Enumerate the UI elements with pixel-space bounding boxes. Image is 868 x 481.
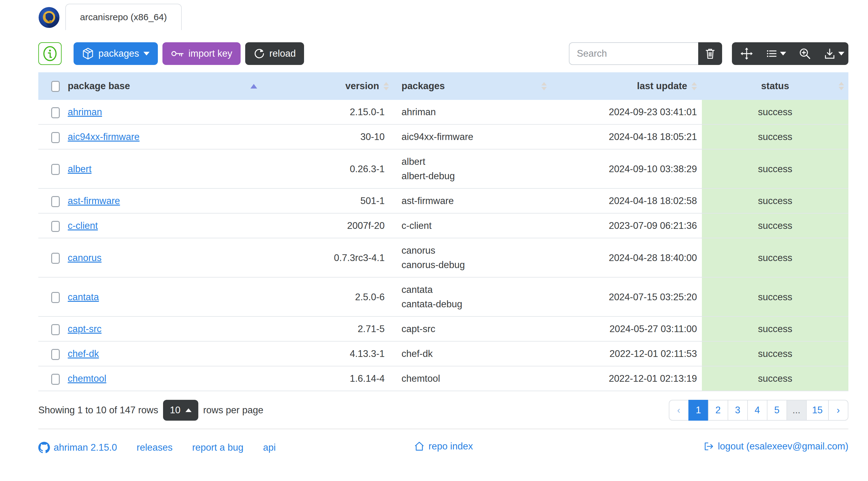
page-button-3[interactable]: 3	[727, 400, 748, 421]
last-update-cell: 2024-09-23 03:41:01	[552, 100, 702, 124]
import-key-button[interactable]: import key	[162, 42, 241, 65]
github-version-link[interactable]: ahriman 2.15.0	[38, 442, 117, 453]
row-checkbox[interactable]	[51, 107, 60, 118]
clear-search-button[interactable]	[698, 42, 722, 65]
pagination-summary-group: Showing 1 to 10 of 147 rows 10 rows per …	[38, 400, 263, 421]
row-checkbox[interactable]	[51, 253, 60, 264]
select-all-checkbox[interactable]	[51, 81, 60, 92]
chevron-down-icon	[144, 52, 150, 56]
table-row[interactable]: ahriman 2.15.0-1 ahriman 2024-09-23 03:4…	[38, 100, 848, 124]
page-button-5[interactable]: 5	[767, 400, 787, 421]
status-cell: success	[702, 341, 848, 366]
header-package-base[interactable]: package base	[63, 72, 262, 100]
row-checkbox[interactable]	[51, 164, 60, 175]
page-size-dropdown-button[interactable]: 10	[163, 400, 198, 421]
last-update-cell: 2022-12-01 02:11:53	[552, 341, 702, 366]
page-button-4[interactable]: 4	[747, 400, 768, 421]
pagination-summary: Showing 1 to 10 of 147 rows	[38, 405, 158, 416]
packages-dropdown-button[interactable]: packages	[73, 42, 158, 65]
sort-ascending-icon	[250, 84, 257, 89]
reload-icon	[253, 48, 265, 59]
columns-dropdown-button[interactable]	[761, 42, 790, 65]
repository-tab[interactable]: arcanisrepo (x86_64)	[65, 4, 182, 30]
sort-icon	[839, 82, 844, 90]
table-row[interactable]: c-client 2007f-20 c-client 2023-07-09 06…	[38, 213, 848, 238]
package-base-link[interactable]: ast-firmware	[68, 195, 120, 206]
header-version[interactable]: version	[262, 72, 394, 100]
fullscreen-button[interactable]	[732, 42, 761, 65]
toolbar-right	[569, 42, 848, 65]
footer-right: logout (esalexeev@gmail.com)	[473, 441, 848, 454]
table-tools-group	[732, 42, 848, 65]
last-update-cell: 2022-12-01 02:13:19	[552, 366, 702, 391]
table-row[interactable]: cantata 2.5.0-6 cantatacantata-debug 202…	[38, 277, 848, 317]
reload-button[interactable]: reload	[245, 42, 304, 65]
row-checkbox[interactable]	[51, 349, 60, 360]
version-cell: 4.13.3-1	[262, 341, 394, 366]
detail-view-button[interactable]	[790, 42, 819, 65]
package-base-link[interactable]: aic94xx-firmware	[68, 131, 140, 142]
arrows-move-icon	[740, 47, 753, 60]
sort-icon	[691, 82, 697, 90]
toolbar-left: packages import key reload	[38, 42, 304, 65]
header-last-update[interactable]: last update	[552, 72, 702, 100]
download-icon	[824, 47, 836, 60]
header-status[interactable]: status	[702, 72, 848, 100]
table-row[interactable]: albert 0.26.3-1 albertalbert-debug 2024-…	[38, 149, 848, 188]
export-dropdown-button[interactable]	[819, 42, 848, 65]
package-base-link[interactable]: capt-src	[68, 323, 101, 334]
package-base-link[interactable]: chef-dk	[68, 348, 99, 359]
package-base-link[interactable]: cantata	[68, 292, 99, 302]
github-icon	[38, 442, 50, 453]
next-page-button[interactable]: ›	[828, 400, 848, 421]
repo-index-link[interactable]: repo index	[414, 441, 473, 452]
search-input[interactable]	[569, 42, 698, 65]
packages-cell: capt-src	[394, 317, 552, 341]
table-row[interactable]: chemtool 1.6.14-4 chemtool 2022-12-01 02…	[38, 366, 848, 391]
package-base-link[interactable]: canorus	[68, 252, 101, 263]
page: arcanisrepo (x86_64) packages	[38, 0, 848, 466]
row-checkbox[interactable]	[51, 324, 60, 335]
package-base-link[interactable]: c-client	[68, 220, 98, 231]
packages-cell: canoruscanorus-debug	[394, 238, 552, 277]
package-base-link[interactable]: chemtool	[68, 373, 106, 384]
status-cell: success	[702, 317, 848, 341]
status-cell: success	[702, 213, 848, 238]
page-ellipsis-button[interactable]: ...	[786, 400, 807, 421]
status-cell: success	[702, 188, 848, 213]
version-cell: 2.5.0-6	[262, 277, 394, 317]
logout-link[interactable]: logout (esalexeev@gmail.com)	[703, 441, 848, 452]
table-row[interactable]: aic94xx-firmware 30-10 aic94xx-firmware …	[38, 124, 848, 149]
report-bug-link[interactable]: report a bug	[192, 442, 243, 453]
row-checkbox[interactable]	[51, 132, 60, 143]
status-cell: success	[702, 366, 848, 391]
reload-button-label: reload	[270, 48, 296, 59]
packages-button-label: packages	[98, 48, 139, 59]
chevron-down-icon	[780, 52, 786, 56]
package-base-link[interactable]: ahriman	[68, 107, 102, 117]
row-checkbox[interactable]	[51, 221, 60, 232]
table-row[interactable]: ast-firmware 501-1 ast-firmware 2024-04-…	[38, 188, 848, 213]
info-button[interactable]	[38, 42, 62, 65]
row-checkbox[interactable]	[51, 292, 60, 303]
table-row[interactable]: capt-src 2.71-5 capt-src 2024-05-27 03:1…	[38, 317, 848, 341]
previous-page-button[interactable]: ‹	[669, 400, 689, 421]
page-button-1[interactable]: 1	[688, 400, 709, 421]
row-checkbox[interactable]	[51, 374, 60, 385]
info-circle-icon	[42, 46, 57, 62]
header-packages[interactable]: packages	[394, 72, 552, 100]
last-update-cell: 2024-05-27 03:11:00	[552, 317, 702, 341]
trash-icon	[705, 47, 716, 60]
api-link[interactable]: api	[263, 442, 276, 453]
table-row[interactable]: canorus 0.7.3rc3-4.1 canoruscanorus-debu…	[38, 238, 848, 277]
row-checkbox[interactable]	[51, 196, 60, 207]
package-base-link[interactable]: albert	[68, 164, 92, 174]
pagination: ‹ 1 2 3 4 5 ... 15 ›	[669, 400, 848, 421]
table-row[interactable]: chef-dk 4.13.3-1 chef-dk 2022-12-01 02:1…	[38, 341, 848, 366]
page-button-15[interactable]: 15	[806, 400, 829, 421]
packages-cell: chef-dk	[394, 341, 552, 366]
releases-link[interactable]: releases	[137, 442, 173, 453]
rows-per-page-label: rows per page	[203, 405, 263, 416]
page-button-2[interactable]: 2	[708, 400, 728, 421]
status-cell: success	[702, 149, 848, 188]
